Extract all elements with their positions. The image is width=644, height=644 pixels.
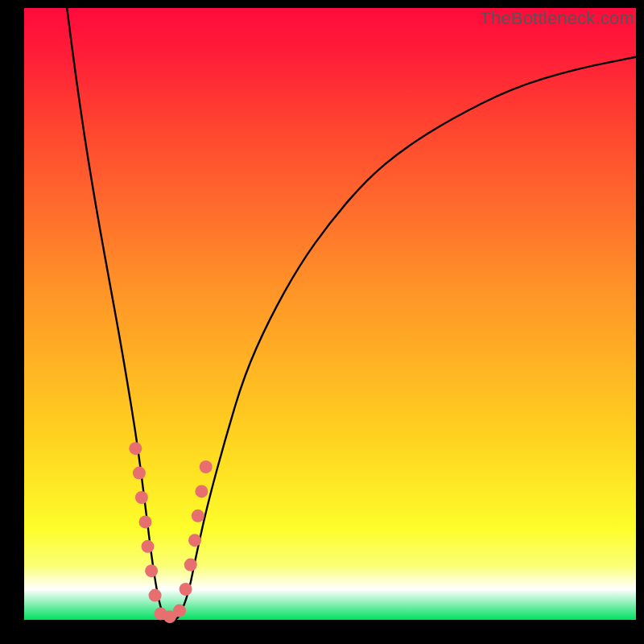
marker-layer xyxy=(129,442,212,623)
data-marker xyxy=(188,534,201,547)
data-marker xyxy=(173,605,186,617)
data-marker xyxy=(180,583,192,596)
watermark-text: TheBottleneck.com xyxy=(480,8,634,29)
data-marker xyxy=(135,491,148,504)
data-marker xyxy=(142,540,155,553)
data-marker xyxy=(195,485,208,497)
data-marker xyxy=(155,607,167,620)
data-marker xyxy=(129,442,142,455)
data-marker xyxy=(163,610,176,623)
bottleneck-curve xyxy=(67,8,636,620)
data-marker xyxy=(184,559,197,572)
data-marker xyxy=(200,460,213,473)
plot-area xyxy=(24,8,636,620)
data-marker xyxy=(145,564,158,577)
data-marker xyxy=(133,467,146,480)
data-marker xyxy=(149,589,162,602)
data-marker xyxy=(139,515,152,528)
chart-stage: TheBottleneck.com xyxy=(0,0,644,644)
data-marker xyxy=(192,510,204,522)
chart-svg xyxy=(24,8,636,620)
